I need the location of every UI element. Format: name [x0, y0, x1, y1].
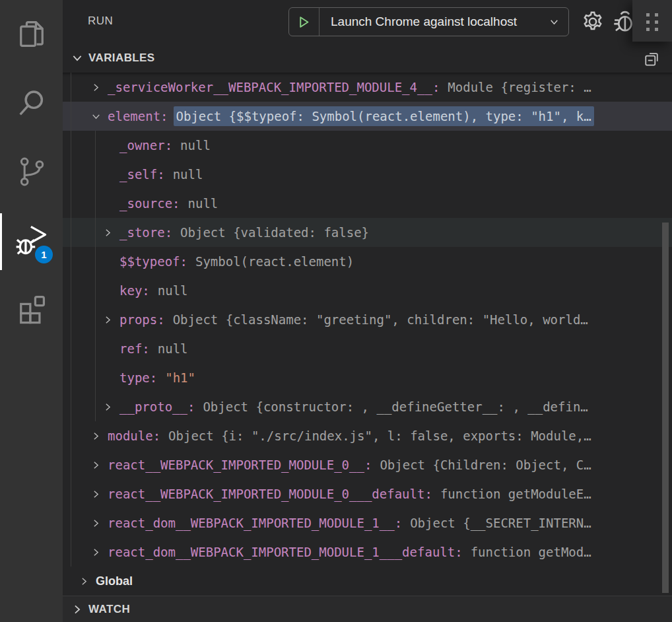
chevron-right-icon [71, 603, 84, 616]
variable-value: Module {register: … [448, 80, 591, 94]
scope-row-global[interactable]: Global [63, 567, 672, 596]
variable-value: Object {__SECRET_INTERN… [410, 516, 591, 530]
indent-guide [95, 131, 96, 421]
variable-name: element: [108, 109, 168, 123]
variable-row[interactable]: _source:null [63, 189, 672, 218]
variable-value: null [158, 341, 188, 356]
variable-row[interactable]: react_dom__WEBPACK_IMPORTED_MODULE_1__:O… [63, 508, 672, 537]
variable-row[interactable]: element:Object {$$typeof: Symbol(react.e… [63, 102, 672, 131]
variable-row[interactable]: _owner:null [63, 131, 672, 160]
variables-section-header[interactable]: VARIABLES [63, 44, 672, 73]
chevron-right-icon[interactable] [90, 489, 108, 500]
chevron-right-icon[interactable] [90, 431, 108, 442]
run-side-panel: RUN Launch Chrome against localhost [63, 0, 672, 622]
watch-section-header[interactable]: WATCH [63, 596, 672, 622]
search-icon [15, 86, 49, 123]
variable-row[interactable]: ref:null [63, 334, 672, 363]
variable-row[interactable]: _serviceWorker__WEBPACK_IMPORTED_MODULE_… [63, 73, 672, 102]
variable-value: Object {validated: false} [180, 225, 369, 240]
variable-value: Object {Children: Object, C… [380, 458, 591, 472]
variables-tree: _serviceWorker__WEBPACK_IMPORTED_MODULE_… [63, 73, 672, 596]
watch-section-title: WATCH [88, 603, 130, 616]
collapse-all-icon[interactable] [642, 49, 661, 67]
chevron-right-icon[interactable] [90, 547, 108, 558]
variable-name: _self: [119, 167, 165, 182]
variable-row[interactable]: __proto__:Object {constructor: , __defin… [63, 392, 672, 421]
chevron-right-icon[interactable] [102, 227, 119, 238]
chevron-right-icon[interactable] [79, 576, 96, 587]
variable-name: type: [119, 370, 157, 385]
variable-name: _source: [119, 196, 180, 211]
variable-value: Symbol(react.element) [195, 254, 354, 269]
variable-value: function getMod… [471, 545, 591, 559]
variable-value: null [158, 283, 188, 298]
variable-value: null [188, 196, 218, 211]
play-icon [297, 15, 311, 29]
debug-launch-bar: Launch Chrome against localhost [288, 7, 569, 36]
variable-row[interactable]: $$typeof:Symbol(react.element) [63, 247, 672, 276]
variable-name: key: [119, 283, 150, 298]
chevron-right-icon[interactable] [90, 82, 108, 93]
variable-name: module: [108, 429, 160, 443]
variable-value: "h1" [165, 370, 195, 385]
variable-name: _store: [119, 225, 172, 240]
chevron-down-icon [71, 52, 84, 65]
gear-icon[interactable] [580, 9, 606, 35]
variable-name: react__WEBPACK_IMPORTED_MODULE_0___defau… [108, 487, 432, 501]
variable-value: null [180, 138, 211, 153]
indent-guide [71, 73, 71, 567]
activity-item-extensions[interactable] [0, 276, 63, 345]
files-icon [15, 17, 49, 54]
variable-row[interactable]: _self:null [63, 160, 672, 189]
chevron-down-icon[interactable] [90, 111, 108, 122]
variable-value: Object {constructor: , __defineGetter__:… [203, 399, 588, 414]
extensions-icon [15, 292, 49, 329]
variable-name: Global [96, 574, 133, 588]
variable-value: Object {$$typeof: Symbol(react.element),… [174, 106, 594, 126]
badge: 1 [35, 246, 53, 263]
activity-bar: 1 [0, 0, 63, 622]
debug-toolbar-grip[interactable] [632, 0, 672, 42]
variable-name: props: [119, 312, 165, 327]
variable-name: ref: [119, 341, 150, 356]
chevron-down-icon [549, 17, 560, 28]
variable-name: $$typeof: [119, 254, 187, 269]
activity-item-run-and-debug[interactable]: 1 [0, 207, 63, 276]
variable-row[interactable]: props:Object {className: "greeting", chi… [63, 305, 672, 334]
variable-name: react_dom__WEBPACK_IMPORTED_MODULE_1__: [108, 516, 402, 530]
vscode-run-debug-panel: 1 RUN Launch Chrome against localhost [0, 0, 672, 622]
start-debugging-button[interactable] [289, 8, 319, 36]
variable-value: Object {i: "./src/index.js", l: false, e… [168, 429, 591, 443]
variables-section-title: VARIABLES [88, 52, 155, 65]
chevron-right-icon[interactable] [102, 314, 119, 326]
debug-configuration-select[interactable]: Launch Chrome against localhost [319, 8, 568, 36]
variable-name: _owner: [119, 138, 172, 153]
variable-name: __proto__: [119, 399, 195, 414]
variable-name: react__WEBPACK_IMPORTED_MODULE_0__: [108, 458, 372, 472]
chevron-right-icon[interactable] [102, 401, 119, 413]
variable-value: Object {className: "greeting", children:… [173, 312, 588, 327]
variable-row[interactable]: _store:Object {validated: false} [63, 218, 672, 247]
activity-item-source-control[interactable] [0, 139, 63, 207]
variable-row[interactable]: react__WEBPACK_IMPORTED_MODULE_0___defau… [63, 479, 672, 508]
run-panel-toolbar: RUN Launch Chrome against localhost [63, 0, 672, 44]
debug-configuration-label: Launch Chrome against localhost [331, 15, 517, 29]
variable-value: function getModuleE… [440, 487, 591, 501]
activity-item-search[interactable] [0, 70, 63, 139]
variable-name: _serviceWorker__WEBPACK_IMPORTED_MODULE_… [108, 80, 440, 94]
variable-row[interactable]: type:"h1" [63, 363, 672, 392]
chevron-right-icon[interactable] [90, 460, 108, 471]
panel-title: RUN [88, 15, 113, 28]
source-control-icon [15, 155, 49, 191]
variable-name: react_dom__WEBPACK_IMPORTED_MODULE_1___d… [108, 545, 463, 559]
variable-row[interactable]: react_dom__WEBPACK_IMPORTED_MODULE_1___d… [63, 537, 672, 567]
gripper-dots-icon [646, 13, 658, 31]
variable-row[interactable]: react__WEBPACK_IMPORTED_MODULE_0__:Objec… [63, 450, 672, 479]
chevron-right-icon[interactable] [90, 518, 108, 529]
activity-item-explorer[interactable] [0, 1, 63, 70]
variable-row[interactable]: key:null [63, 276, 672, 305]
variable-row[interactable]: module:Object {i: "./src/index.js", l: f… [63, 421, 672, 450]
vertical-scrollbar[interactable] [662, 223, 669, 593]
variable-value: null [173, 167, 203, 182]
